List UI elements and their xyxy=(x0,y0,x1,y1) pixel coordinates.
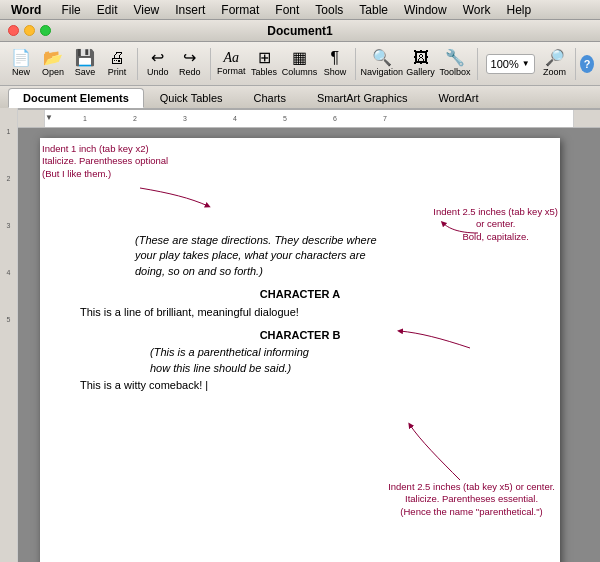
toolbox-icon: 🔧 xyxy=(445,50,465,66)
window-controls xyxy=(8,25,51,36)
zoom-box[interactable]: 100% ▼ xyxy=(486,54,535,74)
tables-button[interactable]: ⊞ Tables xyxy=(249,48,279,79)
document-title: Document1 xyxy=(267,24,332,38)
columns-button[interactable]: ▦ Columns xyxy=(281,48,318,79)
minimize-button[interactable] xyxy=(24,25,35,36)
redo-button[interactable]: ↪ Redo xyxy=(175,48,205,79)
save-icon: 💾 xyxy=(75,50,95,66)
tables-icon: ⊞ xyxy=(258,50,271,66)
redo-icon: ↪ xyxy=(183,50,196,66)
menu-font[interactable]: Font xyxy=(268,2,306,18)
open-icon: 📂 xyxy=(43,50,63,66)
character-a-name: CHARACTER A xyxy=(80,287,520,302)
stage-direction: (These are stage directions. They descri… xyxy=(135,233,520,279)
ribbon: Document Elements Quick Tables Charts Sm… xyxy=(0,86,600,110)
menu-edit[interactable]: Edit xyxy=(90,2,125,18)
toolbar-separator-1 xyxy=(137,48,138,80)
menu-format[interactable]: Format xyxy=(214,2,266,18)
columns-icon: ▦ xyxy=(292,50,307,66)
help-button[interactable]: ? xyxy=(580,55,594,73)
toolbar-separator-5 xyxy=(575,48,576,80)
new-button[interactable]: 📄 New xyxy=(6,48,36,79)
zoom-icon: 🔎 xyxy=(545,50,565,66)
show-icon: ¶ xyxy=(331,50,340,66)
undo-icon: ↩ xyxy=(151,50,164,66)
print-icon: 🖨 xyxy=(109,50,125,66)
tab-quick-tables[interactable]: Quick Tables xyxy=(145,88,238,108)
horizontal-ruler: 1 2 3 4 5 6 7 ▼ xyxy=(18,110,600,127)
dialogue-b: This is a witty comeback! | xyxy=(80,378,520,393)
app-name[interactable]: Word xyxy=(4,2,48,18)
page-area[interactable]: 1 2 3 4 5 Indent 1 inch (tab key x2)Ital… xyxy=(0,128,600,562)
tab-document-elements[interactable]: Document Elements xyxy=(8,88,144,108)
toolbar-separator-4 xyxy=(477,48,478,80)
toolbox-button[interactable]: 🔧 Toolbox xyxy=(438,48,471,79)
character-b-name: CHARACTER B xyxy=(80,328,520,343)
undo-button[interactable]: ↩ Undo xyxy=(143,48,173,79)
arrow-1 xyxy=(40,138,240,218)
navigation-button[interactable]: 🔍 Navigation xyxy=(361,48,403,79)
print-button[interactable]: 🖨 Print xyxy=(102,48,132,79)
annotation-indent-1inch: Indent 1 inch (tab key x2)Italicize. Par… xyxy=(42,143,168,180)
menu-work[interactable]: Work xyxy=(456,2,498,18)
show-button[interactable]: ¶ Show xyxy=(320,48,350,79)
tab-charts[interactable]: Charts xyxy=(239,88,301,108)
zoom-dropdown-icon[interactable]: ▼ xyxy=(522,59,530,68)
toolbar: 📄 New 📂 Open 💾 Save 🖨 Print ↩ Undo ↪ Red… xyxy=(0,42,600,86)
title-bar: Document1 xyxy=(0,20,600,42)
tab-smartart-graphics[interactable]: SmartArt Graphics xyxy=(302,88,422,108)
document-page: Indent 1 inch (tab key x2)Italicize. Par… xyxy=(40,138,560,562)
menu-table[interactable]: Table xyxy=(352,2,395,18)
open-button[interactable]: 📂 Open xyxy=(38,48,68,79)
gallery-icon: 🖼 xyxy=(413,50,429,66)
menu-insert[interactable]: Insert xyxy=(168,2,212,18)
toolbar-separator-2 xyxy=(210,48,211,80)
navigation-icon: 🔍 xyxy=(372,50,392,66)
parenthetical-b: (This is a parenthetical informing how t… xyxy=(150,345,520,376)
menu-help[interactable]: Help xyxy=(500,2,539,18)
arrow-4 xyxy=(400,410,500,490)
menu-file[interactable]: File xyxy=(54,2,87,18)
format-button[interactable]: Aa Format xyxy=(216,49,248,78)
tab-wordart[interactable]: WordArt xyxy=(423,88,493,108)
format-icon: Aa xyxy=(223,51,239,65)
ruler-row: 1 2 3 4 5 6 7 ▼ xyxy=(0,110,600,128)
vertical-ruler: 1 2 3 4 5 xyxy=(0,128,18,562)
new-icon: 📄 xyxy=(11,50,31,66)
zoom-button[interactable]: 🔎 Zoom xyxy=(540,48,570,79)
toolbar-separator-3 xyxy=(355,48,356,80)
close-button[interactable] xyxy=(8,25,19,36)
maximize-button[interactable] xyxy=(40,25,51,36)
menu-window[interactable]: Window xyxy=(397,2,454,18)
save-button[interactable]: 💾 Save xyxy=(70,48,100,79)
gallery-button[interactable]: 🖼 Gallery xyxy=(405,48,437,79)
annotation-parenthetical: Indent 2.5 inches (tab key x5) or center… xyxy=(388,481,555,518)
menu-view[interactable]: View xyxy=(126,2,166,18)
dialogue-a: This is a line of brilliant, meaningful … xyxy=(80,305,520,320)
zoom-value: 100% xyxy=(491,58,519,70)
menu-tools[interactable]: Tools xyxy=(308,2,350,18)
menu-bar: Word File Edit View Insert Format Font T… xyxy=(0,0,600,20)
